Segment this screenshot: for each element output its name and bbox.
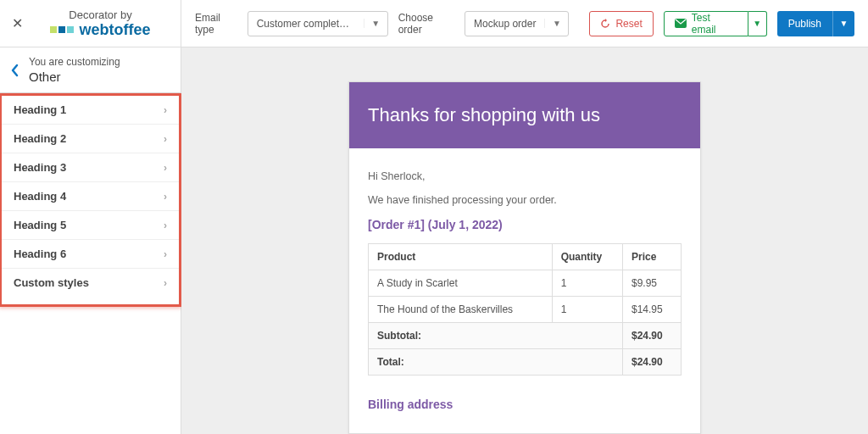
panel-item[interactable]: Heading 2› (2, 125, 179, 153)
chevron-down-icon[interactable]: ▼ (364, 19, 387, 28)
reset-icon (600, 19, 610, 29)
panel-item[interactable]: Custom styles› (2, 269, 179, 304)
th-product: Product (369, 244, 553, 270)
publish-dropdown[interactable]: ▼ (832, 11, 854, 36)
th-price: Price (622, 244, 681, 270)
chevron-right-icon: › (164, 277, 167, 289)
panel-item[interactable]: Heading 5› (2, 211, 179, 240)
chooseorder-select[interactable]: Mockup order ▼ (465, 11, 569, 36)
toolbar: Email type Customer completed or… ▼ Choo… (181, 0, 868, 47)
chevron-right-icon: › (164, 104, 167, 116)
reset-button[interactable]: Reset (589, 11, 653, 36)
customizer-sidebar: ✕ Decorator by webtoffee You are customi… (0, 0, 181, 434)
logo-icon (50, 26, 74, 33)
email-greeting: Hi Sherlock, (368, 170, 682, 182)
chooseorder-label: Choose order (398, 12, 459, 36)
panel-item[interactable]: Heading 1› (2, 96, 179, 125)
billing-heading: Billing address (368, 398, 682, 411)
main-area: Email type Customer completed or… ▼ Choo… (181, 0, 868, 434)
emailtype-select[interactable]: Customer completed or… ▼ (248, 11, 388, 36)
order-table: Product Quantity Price A Study in Scarle… (368, 243, 682, 376)
close-button[interactable]: ✕ (0, 15, 34, 31)
back-icon[interactable] (7, 64, 29, 77)
sidebar-header: ✕ Decorator by webtoffee (0, 0, 181, 47)
breadcrumb-value: Other (29, 70, 120, 84)
emailtype-label: Email type (195, 12, 242, 36)
chevron-down-icon[interactable]: ▼ (544, 19, 568, 28)
breadcrumb[interactable]: You are customizing Other (0, 47, 181, 93)
test-email-dropdown[interactable]: ▼ (748, 11, 767, 36)
email-banner: Thanks for shopping with us (349, 82, 700, 148)
table-row: The Hound of the Baskervilles1$14.95 (369, 297, 682, 323)
chevron-right-icon: › (164, 133, 167, 145)
test-email-button[interactable]: Test email (664, 11, 748, 36)
order-header: [Order #1] (July 1, 2022) (368, 218, 682, 231)
table-row: A Study in Scarlet1$9.95 (369, 270, 682, 297)
panel-item[interactable]: Heading 6› (2, 240, 179, 269)
panel-list-highlight: Heading 1›Heading 2›Heading 3›Heading 4›… (0, 93, 181, 307)
email-line1: We have finished processing your order. (368, 194, 682, 206)
mail-icon (675, 19, 687, 28)
logo: Decorator by webtoffee (34, 8, 181, 39)
panel-item[interactable]: Heading 3› (2, 153, 179, 182)
breadcrumb-label: You are customizing (29, 56, 120, 68)
chevron-right-icon: › (164, 220, 167, 231)
publish-button[interactable]: Publish (777, 11, 832, 36)
email-preview: Thanks for shopping with us Hi Sherlock,… (181, 47, 868, 434)
chevron-right-icon: › (164, 191, 167, 203)
email-title: Thanks for shopping with us (368, 104, 682, 126)
chevron-right-icon: › (164, 162, 167, 174)
chevron-right-icon: › (164, 248, 167, 260)
panel-item[interactable]: Heading 4› (2, 182, 179, 211)
th-qty: Quantity (552, 244, 622, 270)
